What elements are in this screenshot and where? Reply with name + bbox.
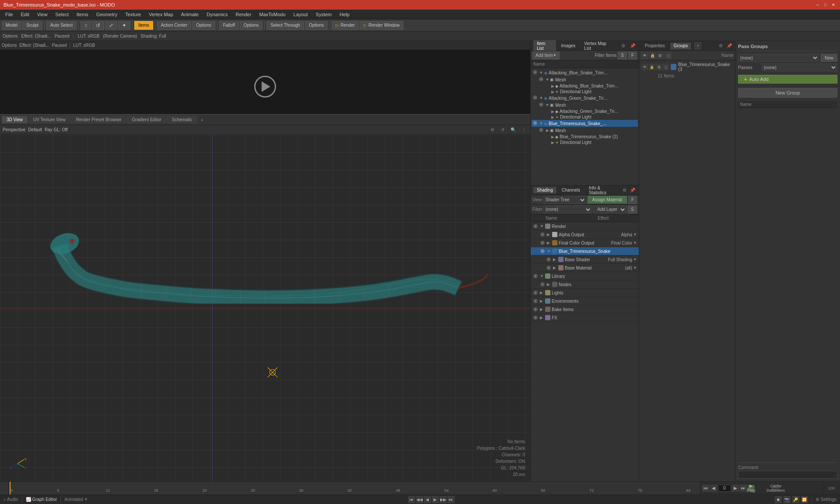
menu-edit[interactable]: Edit — [18, 11, 33, 18]
viewport-reset-icon[interactable]: ↺ — [499, 126, 507, 134]
shader-expand-final[interactable]: ▶ — [547, 241, 552, 245]
tree-item-attacking-blue[interactable]: ▼ ◈ Attacking_Blue_Snake_Trimeresurus_mo… — [532, 69, 638, 76]
tree-item-blue-snake[interactable]: ▶ ◆ Attacking_Blue_Snake_Trimeresurus... — [532, 83, 638, 89]
menu-system[interactable]: System — [312, 11, 336, 18]
tree-expand-green[interactable]: ▼ — [539, 96, 544, 100]
viewport-search-icon[interactable]: 🔍 — [509, 126, 517, 134]
shader-vis-nodes[interactable] — [539, 281, 546, 287]
s-btn[interactable]: S — [618, 52, 627, 60]
items-button[interactable]: Items — [134, 21, 153, 30]
options2-button[interactable]: Options — [240, 21, 262, 30]
close-button[interactable]: ✕ — [830, 2, 836, 8]
tree-item-dlight3[interactable]: ▶ ☀ Directional Light — [532, 140, 638, 145]
groups-tb-btn2[interactable]: 🔒 — [649, 52, 656, 59]
shader-tree-list[interactable]: ▼ Render ▶ Alpha Output Alpha ▼ — [531, 222, 639, 481]
tree-item-mesh2[interactable]: ▼ ▣ Mesh — [532, 102, 638, 108]
shader-vis-render[interactable] — [532, 223, 539, 229]
tab-groups[interactable]: Groups — [670, 42, 692, 49]
menu-animate[interactable]: Animate — [178, 11, 202, 18]
shader-expand-lights[interactable]: ▶ — [540, 290, 545, 295]
render-window-button[interactable]: ▷ Render Window — [360, 21, 403, 30]
add-layer-select[interactable]: Add Layer — [593, 206, 626, 214]
menu-vertex-map[interactable]: Vertex Map — [145, 11, 177, 18]
tree-expand-green-snake[interactable]: ▶ — [550, 109, 555, 114]
shader-vis-alpha[interactable] — [539, 231, 546, 238]
shader-vis-base-shader[interactable] — [546, 256, 552, 262]
tree-expand-blue-snake2[interactable]: ▶ — [550, 135, 555, 139]
preview-play-button[interactable] — [254, 76, 276, 98]
shader-row-blue-snake[interactable]: ▼ Blue_Trimeresurus_Snake — [531, 247, 639, 256]
menu-maxtoModo[interactable]: MaxToModo — [256, 11, 289, 18]
shader-row-alpha[interactable]: ▶ Alpha Output Alpha ▼ — [531, 231, 639, 239]
bb-graph-editor[interactable]: 📈 Graph Editor — [26, 497, 57, 502]
bb-play-fwd-btn[interactable]: ▶▶ — [440, 496, 447, 503]
tab-properties[interactable]: Properties — [641, 42, 669, 49]
new-group-button[interactable]: New Group — [738, 88, 837, 98]
opt-lut[interactable]: LUT: sRGB — [77, 34, 99, 38]
menu-items[interactable]: Items — [73, 11, 92, 18]
shader-expand-nodes[interactable]: ▶ — [547, 282, 552, 287]
timeline-playhead[interactable] — [10, 482, 10, 494]
shader-row-bake[interactable]: ▶ Bake Items — [531, 305, 639, 314]
tree-expand1[interactable]: ▼ — [539, 70, 544, 75]
bb-audio-rec[interactable]: ⏺ — [775, 496, 782, 503]
opt-effect[interactable]: Effect: (Shadi... — [21, 34, 51, 38]
tab-images[interactable]: Images — [558, 42, 579, 49]
tree-expand-blue-snake[interactable]: ▶ — [550, 84, 555, 88]
pass-groups-dropdown[interactable]: (none) — [738, 54, 819, 62]
item-list-settings-icon[interactable]: ⚙ — [620, 42, 627, 50]
options3-button[interactable]: Options — [305, 21, 328, 30]
shader-row-fx[interactable]: ▶ FX — [531, 314, 639, 322]
group-box-btn[interactable]: ⊞ — [656, 64, 662, 70]
shader-vis-bake[interactable] — [532, 306, 539, 312]
group-sub-item[interactable]: 11 Items — [640, 73, 734, 78]
viewport-view-label[interactable]: Perspective — [3, 127, 25, 132]
shader-row-lights[interactable]: ▶ Lights — [531, 289, 639, 297]
tab-vertex-map-list[interactable]: Vertex Map List — [581, 40, 616, 52]
tab-item-list[interactable]: Item List — [533, 40, 556, 52]
group-item-blue-snake[interactable]: 👁 🔒 ⊞ ◻ Blue_Trimeresurus_Snake (3 — [640, 61, 734, 73]
preview-effect[interactable]: Effect: (Shadi... — [19, 43, 49, 48]
shader-expand-fx[interactable]: ▶ — [540, 315, 545, 320]
tab-info-stats[interactable]: Info & Statistics — [585, 185, 618, 196]
timeline-ruler[interactable]: 0 6 12 18 24 30 36 42 48 54 60 66 72 78 … — [9, 482, 700, 494]
shader-row-base-shader[interactable]: ▶ Base Shader Full Shading ▼ — [531, 256, 639, 264]
play-fwd-button[interactable]: ⏭ — [740, 485, 747, 492]
opt-shading[interactable]: Shading: Full — [140, 34, 166, 38]
shader-vis-env[interactable] — [532, 298, 539, 304]
tree-expand-mesh1[interactable]: ▼ — [545, 77, 550, 82]
menu-help[interactable]: Help — [336, 11, 353, 18]
item-tree[interactable]: ▼ ◈ Attacking_Blue_Snake_Trimeresurus_mo… — [531, 68, 639, 185]
filter-select[interactable]: (none) — [543, 206, 592, 214]
tree-item-attacking-green[interactable]: ▼ ◈ Attacking_Green_Snake_Trimeresurus_.… — [532, 94, 638, 102]
shader-vis-library[interactable] — [532, 273, 539, 279]
final-dropdown-icon[interactable]: ▼ — [633, 241, 637, 245]
tree-expand-mesh2[interactable]: ▼ — [545, 103, 550, 107]
shader-expand-base-mat[interactable]: ▶ — [553, 266, 558, 270]
groups-tb-btn3[interactable]: ⊞ — [657, 52, 664, 59]
shader-row-final-color[interactable]: ▶ Final Color Output Final Color ▼ — [531, 239, 639, 247]
viewport-3d[interactable]: Perspective Default Ray GL: Off ⚙ ↺ 🔍 ⋮ — [0, 125, 530, 481]
opt-paused[interactable]: Paused — [55, 34, 70, 38]
assign-material-button[interactable]: Assign Material — [588, 196, 627, 203]
preview-options-btn[interactable]: Options — [2, 43, 17, 48]
groups-settings-icon[interactable]: ⚙ — [717, 42, 724, 50]
cache-deformers-btn[interactable]: Cache Deformers — [772, 485, 779, 492]
shader-row-render[interactable]: ▼ Render — [531, 222, 639, 231]
menu-geometry[interactable]: Geometry — [93, 11, 121, 18]
tree-item-blue-trimere[interactable]: ▼ ◈ Blue_Trimeresurus_Snake_modo ... — [532, 120, 638, 127]
shader-expand-base-shader[interactable]: ▶ — [553, 257, 558, 262]
preview-paused[interactable]: Paused — [52, 43, 67, 48]
shading-settings-icon[interactable]: ⚙ — [621, 186, 628, 194]
bb-step-fwd-btn[interactable]: ▶ — [432, 496, 439, 503]
maximize-button[interactable]: □ — [822, 2, 829, 8]
shader-vis-fx[interactable] — [532, 315, 539, 321]
groups-list[interactable] — [738, 108, 837, 462]
item-list-pin-icon[interactable]: 📌 — [629, 42, 636, 50]
passes-dropdown[interactable]: (none) — [762, 63, 837, 71]
shader-expand-snake[interactable]: ▼ — [547, 249, 552, 253]
step-fwd-button[interactable]: ▶ — [732, 485, 739, 492]
tree-expand-blue-trimere[interactable]: ▼ — [539, 121, 544, 126]
groups-content[interactable]: 👁 🔒 ⊞ ◻ Blue_Trimeresurus_Snake (3 11 It… — [639, 60, 735, 481]
bb-loop[interactable]: 🔁 — [801, 496, 808, 503]
